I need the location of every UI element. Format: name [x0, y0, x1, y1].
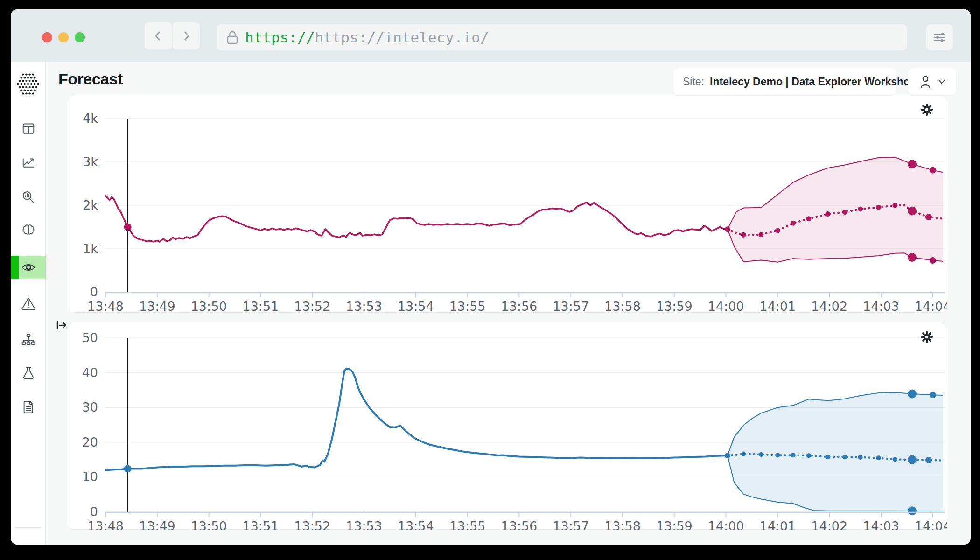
x-tick-label: 13:51 — [242, 519, 279, 530]
sidebar-item-alerts[interactable] — [11, 292, 46, 315]
logo-dot — [27, 77, 29, 78]
logo-dot — [32, 92, 34, 94]
jump-to-now-icon[interactable] — [55, 319, 68, 332]
x-tick-label: 13:49 — [139, 299, 175, 313]
logo-dot — [22, 73, 24, 75]
chevron-down-icon — [937, 77, 946, 86]
sidebar-item-documents[interactable] — [11, 395, 46, 419]
chart-settings-gear[interactable] — [918, 101, 936, 119]
data-point-dot — [825, 211, 830, 217]
logo-dot — [24, 83, 26, 85]
browser-settings-button[interactable] — [926, 24, 953, 50]
logo-dot — [35, 80, 37, 82]
logo-dot — [24, 89, 26, 91]
x-tick-label: 13:59 — [656, 299, 693, 313]
logo-dot — [28, 86, 30, 88]
data-point-dot — [806, 453, 811, 458]
x-tick-label: 13:58 — [604, 299, 641, 313]
data-point-dot — [791, 453, 796, 457]
data-point-dot — [741, 232, 746, 238]
logo-dot — [20, 89, 22, 91]
logo-dot — [27, 89, 29, 91]
sidebar-item-experiments[interactable] — [11, 362, 46, 385]
data-point-dot — [908, 160, 917, 168]
forecast-chart-card-top: 13:4813:4913:5013:5113:5213:5313:5413:55… — [68, 96, 946, 313]
sidebar-item-forecast[interactable] — [11, 256, 46, 279]
y-tick-label: 30 — [82, 400, 98, 414]
dashboard-icon — [20, 120, 37, 137]
data-point-dot — [892, 203, 897, 208]
data-point-dot — [908, 506, 917, 515]
y-tick-label: 10 — [82, 469, 98, 484]
x-tick-label: 13:57 — [553, 299, 589, 313]
x-tick-label: 14:02 — [811, 519, 847, 530]
logo-dot — [24, 77, 26, 78]
logo-dot — [34, 83, 35, 85]
data-point-dot — [858, 455, 863, 460]
data-point-dot — [725, 226, 730, 232]
close-window-button[interactable] — [42, 32, 52, 42]
sidebar-divider — [14, 527, 42, 528]
x-tick-label: 13:56 — [501, 299, 537, 313]
logo-dot — [28, 80, 30, 82]
sidebar-item-trends[interactable] — [11, 151, 46, 174]
minimize-window-button[interactable] — [58, 32, 69, 42]
data-point-dot — [930, 257, 936, 264]
forecast-band — [728, 392, 943, 511]
logo-dot — [30, 77, 32, 78]
sidebar-item-data-explorer[interactable] — [11, 186, 46, 209]
data-point-dot — [893, 457, 897, 462]
trend-chart-icon — [20, 154, 37, 171]
data-point-dot — [806, 216, 811, 221]
logo-dot — [30, 89, 32, 91]
y-tick-label: 2k — [83, 198, 98, 212]
y-tick-label: 1k — [83, 241, 98, 256]
actual-line — [105, 196, 728, 242]
logo-dot — [25, 86, 27, 88]
forward-button[interactable] — [173, 22, 200, 49]
x-tick-label: 14:04 — [915, 299, 947, 313]
data-point-dot — [908, 455, 917, 464]
chevron-left-icon — [152, 30, 164, 42]
flask-icon — [20, 365, 37, 382]
site-selector[interactable]: Site: Intelecy Demo | Data Explorer Work… — [673, 68, 896, 95]
x-tick-label: 13:57 — [553, 519, 589, 530]
y-tick-label: 40 — [82, 365, 98, 380]
browser-window: https://https://intelecy.io/ — [11, 9, 971, 545]
data-point-dot — [775, 453, 780, 457]
sidebar-item-hierarchy[interactable] — [11, 328, 46, 351]
data-point-dot — [826, 455, 830, 459]
x-tick-label: 13:53 — [346, 299, 382, 313]
logo-dot — [32, 73, 34, 75]
url-scheme: https:// — [245, 29, 315, 46]
data-point-dot — [758, 232, 763, 237]
data-point-dot — [925, 214, 932, 220]
chevron-right-icon — [180, 30, 192, 42]
x-tick-label: 14:02 — [811, 299, 847, 313]
page-title: Forecast — [58, 70, 123, 88]
data-point-dot — [842, 455, 847, 459]
y-tick-label: 50 — [82, 330, 98, 345]
sidebar-item-models[interactable] — [11, 218, 46, 242]
logo-dot — [25, 92, 27, 94]
user-menu[interactable] — [908, 68, 956, 95]
browser-chrome: https://https://intelecy.io/ — [11, 9, 971, 62]
data-point-dot — [791, 221, 796, 226]
x-tick-label: 13:52 — [294, 299, 330, 313]
back-button[interactable] — [145, 22, 172, 49]
url-bar[interactable]: https://https://intelecy.io/ — [217, 24, 907, 50]
sidebar-expand-button[interactable] — [11, 540, 46, 545]
x-tick-label: 14:01 — [759, 299, 796, 313]
logo-dot — [37, 83, 39, 85]
site-value: Intelecy Demo | Data Explorer Workshop — [710, 76, 917, 88]
brain-icon — [20, 222, 37, 238]
logo-dot — [20, 77, 22, 78]
data-point-dot — [842, 210, 847, 215]
maximize-window-button[interactable] — [75, 32, 85, 42]
data-point-dot — [124, 465, 132, 472]
chart-settings-gear[interactable] — [918, 328, 936, 346]
sidebar-item-dashboard[interactable] — [11, 117, 46, 140]
search-data-icon — [20, 189, 37, 206]
eye-icon — [20, 259, 37, 276]
x-tick-label: 13:50 — [191, 299, 227, 313]
